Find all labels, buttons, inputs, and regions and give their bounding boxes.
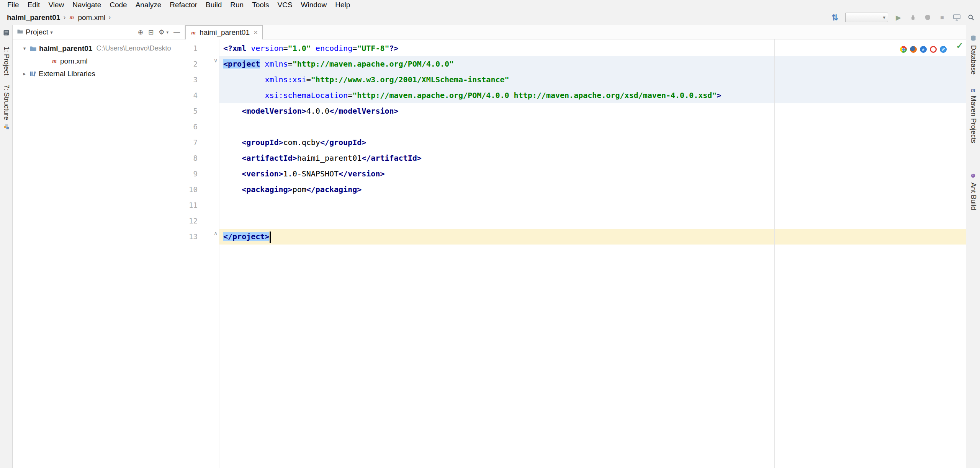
right-tool-stripe: Database m Maven Projects Ant Build — [966, 25, 980, 468]
code-token: </modelVersion> — [329, 106, 399, 116]
run-configuration-select[interactable]: ▾ — [845, 13, 888, 22]
code-line[interactable]: </project> — [219, 229, 966, 245]
safari-icon[interactable] — [940, 46, 947, 53]
menu-code[interactable]: Code — [105, 1, 131, 9]
line-number[interactable]: 12 — [184, 213, 219, 229]
code-line[interactable]: <modelVersion>4.0.0</modelVersion> — [219, 103, 966, 119]
tool-window-icon[interactable] — [3, 30, 9, 37]
line-number[interactable]: 10 — [184, 182, 219, 197]
opera-icon[interactable] — [930, 46, 937, 53]
external-libraries-label: External Libraries — [39, 70, 95, 78]
inspection-ok-icon[interactable]: ✓ — [956, 41, 963, 51]
menu-file[interactable]: File — [3, 1, 23, 9]
line-number[interactable]: 1 — [184, 41, 219, 56]
menu-run[interactable]: Run — [226, 1, 248, 9]
code-token: com.qcby — [283, 138, 320, 147]
code-token: version — [246, 44, 283, 53]
menu-window[interactable]: Window — [297, 1, 331, 9]
code-token — [223, 75, 265, 84]
left-tool-stripe: 1: Project 7: Structure — [0, 25, 13, 468]
chevron-down-icon: ▾ — [883, 15, 885, 20]
tool-button-project[interactable]: 1: Project — [2, 46, 10, 75]
breadcrumb-file[interactable]: pom.xml — [78, 13, 105, 22]
browser-preview-bar: e — [898, 45, 949, 54]
menu-analyze[interactable]: Analyze — [131, 1, 166, 9]
right-margin-guide — [774, 39, 775, 468]
code-token — [223, 169, 242, 178]
line-number[interactable]: 7 — [184, 135, 219, 150]
collapse-all-icon[interactable]: ⊟ — [148, 28, 154, 36]
favorites-icon[interactable] — [3, 124, 9, 131]
project-view-selector[interactable]: Project — [26, 28, 48, 36]
stop-button[interactable]: ■ — [938, 13, 946, 22]
line-number[interactable]: 8 — [184, 150, 219, 166]
menu-edit[interactable]: Edit — [23, 1, 44, 9]
code-line[interactable]: <project xmlns="http://maven.apache.org/… — [219, 56, 966, 72]
debug-icon[interactable] — [909, 13, 917, 22]
tree-row-module[interactable]: ▾ haimi_parent01 C:\Users\Lenovo\Deskto — [13, 42, 184, 55]
code-line[interactable]: xmlns:xsi="http://www.w3.org/2001/XMLSch… — [219, 72, 966, 88]
editor-area: m haimi_parent01 × 12345678910111213 ∨ ∧… — [184, 25, 966, 468]
tree-row-external-libraries[interactable]: ▸ External Libraries — [13, 67, 184, 80]
code-line[interactable]: <?xml version="1.0" encoding="UTF-8"?> — [219, 41, 966, 56]
menu-vcs[interactable]: VCS — [273, 1, 297, 9]
firefox-icon[interactable] — [910, 46, 917, 53]
breadcrumb-module[interactable]: haimi_parent01 — [7, 13, 60, 22]
code-line[interactable]: <artifactId>haimi_parent01</artifactId> — [219, 150, 966, 166]
code-token: </artifactId> — [362, 153, 422, 163]
line-number[interactable]: 5 — [184, 103, 219, 119]
line-number[interactable]: 9 — [184, 166, 219, 182]
code-line[interactable]: xsi:schemaLocation="http://maven.apache.… — [219, 88, 966, 103]
maven-file-icon: m — [190, 29, 196, 36]
chevron-down-icon: ▾ — [50, 29, 53, 35]
chrome-icon[interactable] — [900, 46, 907, 53]
chevron-right-icon[interactable]: ▸ — [21, 71, 28, 77]
toolbar-actions: ⇅ ▾ ▶ ■ — [831, 13, 975, 22]
menu-view[interactable]: View — [44, 1, 68, 9]
chevron-down-icon[interactable]: ▾ — [21, 46, 28, 51]
run-button[interactable]: ▶ — [894, 13, 903, 22]
tool-button-database[interactable]: Database — [969, 35, 977, 75]
close-icon[interactable]: × — [254, 28, 258, 37]
menu-tools[interactable]: Tools — [248, 1, 273, 9]
code-line[interactable] — [219, 197, 966, 213]
code-token — [223, 91, 265, 100]
line-number[interactable]: 4 — [184, 88, 219, 103]
menu-help[interactable]: Help — [331, 1, 354, 9]
coverage-icon[interactable] — [923, 13, 932, 22]
line-number[interactable]: 3 — [184, 72, 219, 88]
tool-button-ant-build[interactable]: Ant Build — [969, 173, 977, 210]
gutter[interactable]: 12345678910111213 — [184, 39, 219, 468]
ant-icon — [970, 173, 976, 180]
monitor-icon[interactable] — [952, 13, 961, 22]
menu-build[interactable]: Build — [201, 1, 226, 9]
line-number[interactable]: 11 — [184, 197, 219, 213]
menu-navigate[interactable]: Navigate — [68, 1, 105, 9]
search-icon[interactable] — [967, 13, 975, 22]
module-name: haimi_parent01 — [39, 44, 92, 53]
maven-icon: m — [970, 87, 976, 93]
sort-icon[interactable]: ⇅ — [831, 13, 839, 22]
fold-marker-start[interactable]: ∨ — [212, 57, 219, 64]
code-line[interactable]: <groupId>com.qcby</groupId> — [219, 135, 966, 150]
menu-refactor[interactable]: Refactor — [165, 1, 201, 9]
code-token: "http://www.w3.org/2001/XMLSchema-instan… — [311, 75, 509, 84]
tool-button-maven-projects[interactable]: m Maven Projects — [969, 87, 977, 143]
code-line[interactable]: <version>1.0-SNAPSHOT</version> — [219, 166, 966, 182]
line-number[interactable]: 6 — [184, 119, 219, 135]
code-token: <?xml — [223, 44, 246, 53]
code-line[interactable]: <packaging>pom</packaging> — [219, 182, 966, 197]
fold-marker-end[interactable]: ∧ — [212, 230, 219, 236]
locate-file-icon[interactable]: ⊕ — [138, 28, 143, 36]
tool-button-structure[interactable]: 7: Structure — [2, 85, 10, 120]
gear-icon[interactable]: ⚙ — [159, 28, 164, 36]
code-line[interactable] — [219, 119, 966, 135]
code-line[interactable] — [219, 213, 966, 229]
editor-tab-bar: m haimi_parent01 × — [184, 25, 966, 39]
code-token: = — [306, 75, 311, 84]
code-token: 1.0-SNAPSHOT — [283, 169, 339, 178]
tree-row-pom[interactable]: m pom.xml — [13, 55, 184, 67]
editor-tab-haimi-parent01[interactable]: m haimi_parent01 × — [185, 25, 263, 39]
ie-icon[interactable]: e — [920, 46, 927, 53]
hide-panel-icon[interactable]: — — [173, 28, 180, 36]
